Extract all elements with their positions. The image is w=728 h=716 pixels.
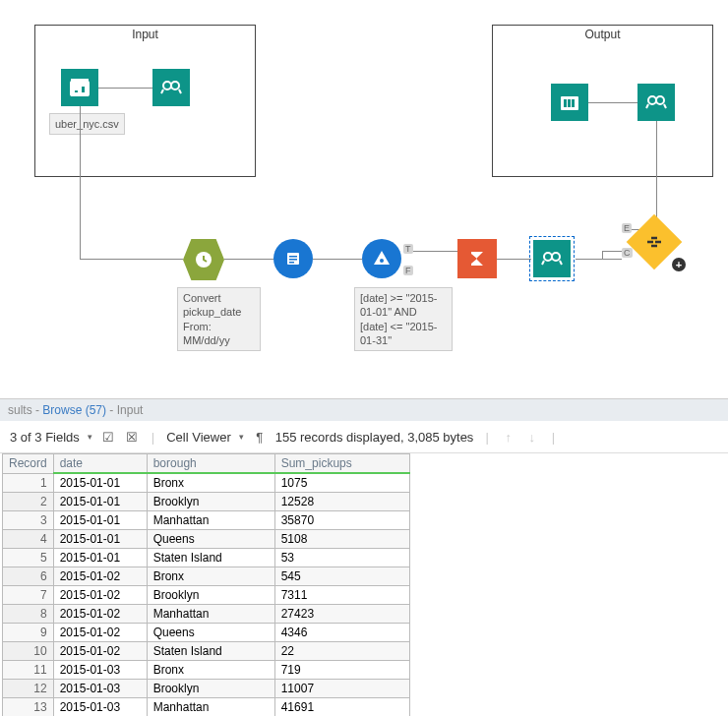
record-info: 155 records displayed, 3,085 bytes <box>275 430 474 445</box>
table-cell[interactable]: Brooklyn <box>147 680 274 698</box>
dropdown-arrow-icon[interactable]: ▾ <box>88 432 92 442</box>
table-cell[interactable]: Staten Island <box>147 549 274 567</box>
table-cell[interactable]: 13 <box>3 698 54 717</box>
table-cell[interactable]: 2015-01-02 <box>53 567 147 586</box>
table-cell[interactable]: 7 <box>3 586 54 605</box>
svg-rect-13 <box>289 262 294 264</box>
table-cell[interactable]: 1075 <box>274 473 409 493</box>
table-cell[interactable]: Brooklyn <box>147 493 274 511</box>
table-cell[interactable]: 719 <box>274 661 409 680</box>
dropdown-arrow-icon[interactable]: ▾ <box>239 432 244 442</box>
table-row[interactable]: 12015-01-01Bronx1075 <box>3 473 410 493</box>
table-cell[interactable]: 9 <box>3 624 54 642</box>
table-cell[interactable]: 3 <box>3 511 54 530</box>
table-cell[interactable]: 2015-01-02 <box>53 624 147 642</box>
table-cell[interactable]: 2015-01-03 <box>53 680 147 698</box>
table-row[interactable]: 52015-01-01Staten Island53 <box>3 549 410 567</box>
table-cell[interactable]: 2015-01-01 <box>53 549 147 567</box>
table-cell[interactable]: 27423 <box>274 605 409 624</box>
table-cell[interactable]: 12 <box>3 680 54 698</box>
table-row[interactable]: 42015-01-01Queens5108 <box>3 530 410 549</box>
arrow-down-icon[interactable]: ↓ <box>524 429 540 445</box>
table-cell[interactable]: 5108 <box>274 530 409 549</box>
table-cell[interactable]: 2 <box>3 493 54 511</box>
table-cell[interactable]: 2015-01-01 <box>53 473 147 493</box>
browse-tool-selected[interactable] <box>533 240 571 277</box>
datetime-tool[interactable] <box>183 239 224 280</box>
column-header[interactable]: Record <box>3 454 54 474</box>
table-row[interactable]: 62015-01-02Bronx545 <box>3 567 410 586</box>
filter-tool[interactable] <box>362 239 401 278</box>
table-cell[interactable]: Bronx <box>147 661 274 680</box>
table-row[interactable]: 32015-01-01Manhattan35870 <box>3 511 410 530</box>
table-cell[interactable]: 2015-01-01 <box>53 530 147 549</box>
table-cell[interactable]: Staten Island <box>147 642 274 661</box>
wire <box>413 251 457 252</box>
table-row[interactable]: 72015-01-02Brooklyn7311 <box>3 586 410 605</box>
browse-link[interactable]: Browse (57) <box>42 403 106 417</box>
table-cell[interactable]: 11 <box>3 661 54 680</box>
workflow-canvas[interactable]: Input uber_nyc.csv Output Convert pickup… <box>0 0 728 398</box>
summarize-tool[interactable] <box>457 239 497 278</box>
table-cell[interactable]: 2015-01-01 <box>53 511 147 530</box>
select-tool[interactable] <box>273 239 313 278</box>
table-cell[interactable]: 53 <box>274 549 409 567</box>
field-count[interactable]: 3 of 3 Fields <box>10 430 80 445</box>
wire <box>602 251 622 252</box>
table-cell[interactable]: Queens <box>147 624 274 642</box>
table-row[interactable]: 132015-01-03Manhattan41691 <box>3 698 410 717</box>
output-data-tool[interactable] <box>551 84 588 121</box>
table-cell[interactable]: 12528 <box>274 493 409 511</box>
table-cell[interactable]: 10 <box>3 642 54 661</box>
column-header[interactable]: borough <box>147 454 274 474</box>
pilcrow-icon[interactable]: ¶ <box>252 429 268 445</box>
browse-tool-input[interactable] <box>152 69 190 106</box>
output-container[interactable]: Output <box>492 25 713 177</box>
table-cell[interactable]: 5 <box>3 549 54 567</box>
svg-point-8 <box>656 96 664 104</box>
table-cell[interactable]: 22 <box>274 642 409 661</box>
table-cell[interactable]: 6 <box>3 567 54 586</box>
table-cell[interactable]: Bronx <box>147 567 274 586</box>
table-cell[interactable]: 2015-01-02 <box>53 586 147 605</box>
table-row[interactable]: 92015-01-02Queens4346 <box>3 624 410 642</box>
table-cell[interactable]: 11007 <box>274 680 409 698</box>
column-header[interactable]: date <box>53 454 147 474</box>
x-icon[interactable]: ☒ <box>124 429 140 445</box>
table-cell[interactable]: Queens <box>147 530 274 549</box>
output-title: Output <box>493 26 712 43</box>
table-cell[interactable]: 1 <box>3 473 54 493</box>
table-cell[interactable]: 41691 <box>274 698 409 717</box>
convert-annotation: Convert pickup_date From: MM/dd/yy <box>177 287 261 351</box>
table-cell[interactable]: Brooklyn <box>147 586 274 605</box>
table-row[interactable]: 82015-01-02Manhattan27423 <box>3 605 410 624</box>
browse-tool-output[interactable] <box>637 84 675 121</box>
table-cell[interactable]: 2015-01-01 <box>53 493 147 511</box>
table-cell[interactable]: Manhattan <box>147 605 274 624</box>
table-cell[interactable]: 7311 <box>274 586 409 605</box>
input-data-tool[interactable] <box>61 69 98 106</box>
table-cell[interactable]: Bronx <box>147 473 274 493</box>
table-cell[interactable]: Manhattan <box>147 511 274 530</box>
table-cell[interactable]: 8 <box>3 605 54 624</box>
input-file-label: uber_nyc.csv <box>49 113 125 135</box>
table-row[interactable]: 102015-01-02Staten Island22 <box>3 642 410 661</box>
check-icon[interactable]: ☑ <box>100 429 116 445</box>
results-table[interactable]: RecorddateboroughSum_pickups 12015-01-01… <box>2 453 410 716</box>
table-cell[interactable]: 4 <box>3 530 54 549</box>
table-cell[interactable]: 2015-01-03 <box>53 698 147 717</box>
table-row[interactable]: 122015-01-03Brooklyn11007 <box>3 680 410 698</box>
table-cell[interactable]: 2015-01-02 <box>53 605 147 624</box>
table-cell[interactable]: Manhattan <box>147 698 274 717</box>
table-cell[interactable]: 2015-01-02 <box>53 642 147 661</box>
column-header[interactable]: Sum_pickups <box>274 454 409 474</box>
table-row[interactable]: 22015-01-01Brooklyn12528 <box>3 493 410 511</box>
table-cell[interactable]: 2015-01-03 <box>53 661 147 680</box>
table-cell[interactable]: 545 <box>274 567 409 586</box>
plus-badge-icon[interactable]: + <box>672 258 686 271</box>
arrow-up-icon[interactable]: ↑ <box>501 429 516 445</box>
table-cell[interactable]: 4346 <box>274 624 409 642</box>
table-row[interactable]: 112015-01-03Bronx719 <box>3 661 410 680</box>
cell-viewer-label[interactable]: Cell Viewer <box>166 430 231 445</box>
table-cell[interactable]: 35870 <box>274 511 409 530</box>
